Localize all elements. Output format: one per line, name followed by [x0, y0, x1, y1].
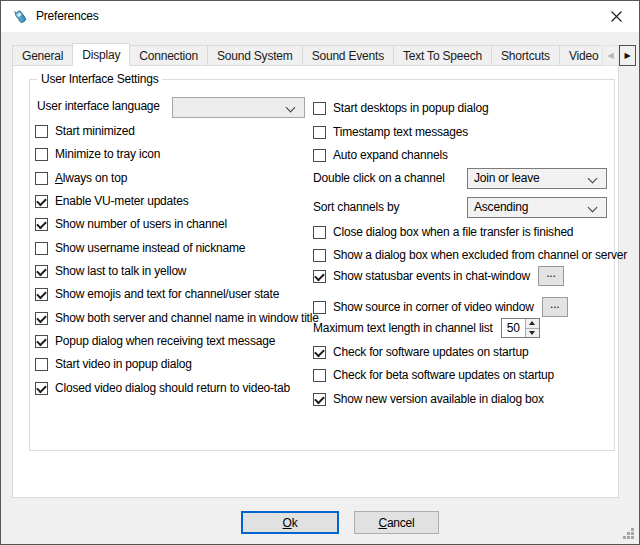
checkbox-label: Show number of users in channel: [55, 217, 227, 231]
ellipsis-icon: ...: [550, 299, 559, 309]
checkbox-label: Show last to talk in yellow: [55, 264, 186, 278]
checkbox-label: Timestamp text messages: [333, 125, 468, 139]
checkbox[interactable]: [313, 369, 326, 382]
checkbox[interactable]: [35, 382, 48, 395]
tab-bar: General Display Connection Sound System …: [12, 43, 601, 66]
checkbox[interactable]: [313, 346, 326, 359]
window-title: Preferences: [36, 1, 99, 32]
checkbox-label: Show statusbar events in chat-window: [333, 269, 530, 283]
tab-sound-system[interactable]: Sound System: [207, 45, 303, 66]
close-button[interactable]: [594, 1, 639, 32]
checkbox[interactable]: [313, 249, 326, 262]
checkbox-row-vu-meter[interactable]: Enable VU-meter updates: [35, 193, 188, 209]
checkbox[interactable]: [35, 195, 48, 208]
close-icon: [611, 11, 622, 22]
language-combobox[interactable]: [172, 97, 305, 118]
checkbox-row-window-title[interactable]: Show both server and channel name in win…: [35, 310, 319, 326]
checkbox-label: Start desktops in popup dialog: [333, 101, 488, 115]
checkbox-row-beta-updates[interactable]: Check for beta software updates on start…: [313, 367, 554, 383]
spin-up-button[interactable]: [526, 319, 539, 329]
checkbox[interactable]: [313, 102, 326, 115]
title-bar[interactable]: Preferences: [1, 1, 639, 32]
checkbox-row-video-tab-return[interactable]: Closed video dialog should return to vid…: [35, 380, 290, 396]
checkbox-label: Show username instead of nickname: [55, 241, 245, 255]
double-click-row: Double click on a channel Join or leave: [313, 167, 607, 189]
checkbox-row-auto-expand[interactable]: Auto expand channels: [313, 147, 448, 163]
checkbox-row-desktops-popup[interactable]: Start desktops in popup dialog: [313, 100, 488, 116]
triangle-down-icon: [529, 331, 535, 335]
checkbox[interactable]: [35, 218, 48, 231]
max-text-length-label: Maximum text length in channel list: [313, 321, 493, 335]
tab-scroll-buttons: ◀ ▶: [602, 45, 636, 66]
language-row: User interface language: [37, 98, 160, 114]
tab-sound-events[interactable]: Sound Events: [302, 45, 394, 66]
preferences-dialog: Preferences General Display Connection S…: [0, 0, 640, 545]
sort-channels-value: Ascending: [474, 200, 528, 214]
checkbox[interactable]: [313, 270, 326, 283]
tab-display[interactable]: Display: [72, 43, 130, 66]
checkbox[interactable]: [35, 288, 48, 301]
checkbox-row-emojis[interactable]: Show emojis and text for channel/user st…: [35, 286, 279, 302]
checkbox[interactable]: [313, 301, 326, 314]
checkbox-row-username-nickname[interactable]: Show username instead of nickname: [35, 240, 245, 256]
checkbox[interactable]: [35, 335, 48, 348]
checkbox[interactable]: [35, 148, 48, 161]
app-icon: [12, 8, 29, 25]
video-source-ellipsis-button[interactable]: ...: [542, 297, 568, 317]
checkbox-row-video-popup[interactable]: Start video in popup dialog: [35, 356, 192, 372]
statusbar-events-ellipsis-button[interactable]: ...: [538, 266, 564, 286]
checkbox[interactable]: [35, 265, 48, 278]
spin-down-button[interactable]: [526, 329, 539, 338]
checkbox[interactable]: [313, 149, 326, 162]
checkbox[interactable]: [35, 242, 48, 255]
checkbox-row-popup-text-message[interactable]: Popup dialog when receiving text message: [35, 333, 275, 349]
tab-shortcuts[interactable]: Shortcuts: [491, 45, 560, 66]
arrow-right-icon: ▶: [625, 51, 631, 60]
checkbox-row-user-count[interactable]: Show number of users in channel: [35, 216, 227, 232]
checkbox-row-close-on-transfer[interactable]: Close dialog box when a file transfer is…: [313, 224, 573, 240]
checkbox-row-timestamp[interactable]: Timestamp text messages: [313, 124, 468, 140]
ok-button-label: Ok: [283, 516, 298, 530]
group-title: User Interface Settings: [37, 72, 162, 86]
checkbox-row-new-version[interactable]: Show new version available in dialog box: [313, 391, 544, 407]
checkbox-label: Show source in corner of video window: [333, 300, 534, 314]
checkbox-label: Show a dialog box when excluded from cha…: [333, 248, 627, 262]
checkbox-label: Check for beta software updates on start…: [333, 368, 554, 382]
checkbox-label: Check for software updates on startup: [333, 345, 528, 359]
checkbox[interactable]: [35, 312, 48, 325]
checkbox-row-minimize-to-tray[interactable]: Minimize to tray icon: [35, 146, 160, 162]
checkbox-row-start-minimized[interactable]: Start minimized: [35, 123, 135, 139]
tab-text-to-speech[interactable]: Text To Speech: [393, 45, 492, 66]
checkbox[interactable]: [313, 226, 326, 239]
checkbox[interactable]: [35, 125, 48, 138]
tab-scroll-right-button[interactable]: ▶: [619, 45, 636, 66]
sort-channels-combobox[interactable]: Ascending: [467, 197, 607, 218]
tab-connection[interactable]: Connection: [129, 45, 208, 66]
double-click-combobox[interactable]: Join or leave: [467, 168, 607, 189]
checkbox[interactable]: [313, 393, 326, 406]
checkbox-label: Auto expand channels: [333, 148, 448, 162]
max-text-length-spinbox[interactable]: 50: [501, 318, 540, 338]
tab-general[interactable]: General: [12, 45, 73, 66]
checkbox-row-updates[interactable]: Check for software updates on startup: [313, 344, 528, 360]
checkbox-label: Show emojis and text for channel/user st…: [55, 287, 279, 301]
checkbox[interactable]: [35, 172, 48, 185]
checkbox-row-last-to-talk[interactable]: Show last to talk in yellow: [35, 263, 186, 279]
sort-channels-label: Sort channels by: [313, 200, 467, 214]
checkbox[interactable]: [35, 358, 48, 371]
spinbox-value[interactable]: 50: [502, 319, 525, 337]
checkbox[interactable]: [313, 126, 326, 139]
checkbox-row-always-on-top[interactable]: Always on top: [35, 170, 127, 186]
tab-scroll-left-button[interactable]: ◀: [602, 45, 619, 66]
resize-grip[interactable]: [622, 527, 635, 540]
checkbox-label: Popup dialog when receiving text message: [55, 334, 275, 348]
checkbox-label: Minimize to tray icon: [55, 147, 160, 161]
checkbox-label: Always on top: [55, 171, 127, 185]
statusbar-events-row[interactable]: Show statusbar events in chat-window ...: [313, 266, 564, 286]
cancel-button[interactable]: Cancel: [354, 511, 439, 534]
ok-button[interactable]: Ok: [241, 511, 339, 534]
triangle-up-icon: [529, 321, 535, 325]
checkbox-row-excluded-dialog[interactable]: Show a dialog box when excluded from cha…: [313, 247, 627, 263]
video-source-row[interactable]: Show source in corner of video window ..…: [313, 297, 568, 317]
tab-video[interactable]: Video: [559, 45, 601, 66]
